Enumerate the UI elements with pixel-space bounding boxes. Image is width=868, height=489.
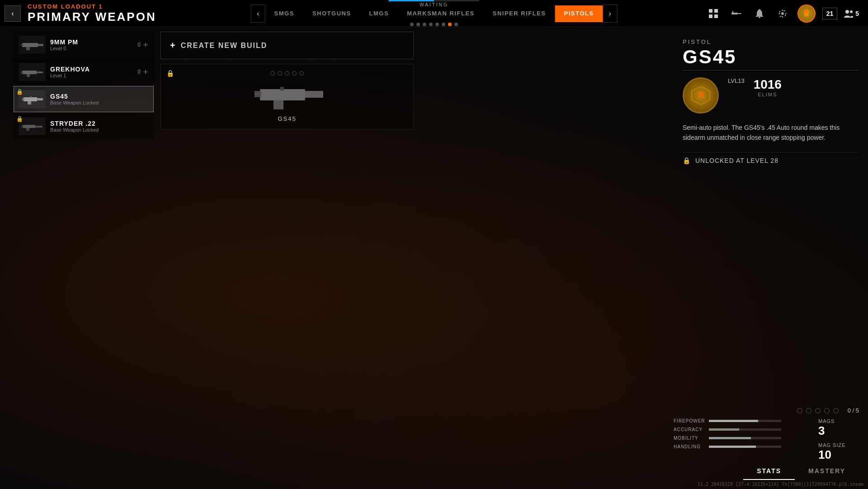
weapon-detail-panel: PISTOL GS45 ✕ LVL13 1016 ELIMS Semi-auto… [674, 29, 868, 178]
elims-count: 1016 [754, 77, 782, 92]
tab-dot-4 [435, 23, 439, 26]
svg-rect-3 [714, 14, 718, 18]
tab-dot-6 [448, 23, 452, 26]
tab-mastery[interactable]: MASTERY [795, 463, 859, 480]
svg-rect-18 [22, 71, 37, 74]
stats-and-mags: FIREPOWER ACCURACY MOBILITY HANDLING [674, 418, 859, 462]
svg-rect-37 [280, 87, 284, 90]
svg-rect-35 [274, 100, 283, 109]
tabs-right-arrow[interactable]: › [603, 5, 617, 23]
tab-dot-1 [416, 23, 420, 26]
weapon-right-9mmpm: 0 [137, 42, 149, 48]
create-new-build-button[interactable]: + Create New Build [160, 32, 414, 59]
tab-pistols[interactable]: PISTOLS [555, 5, 603, 22]
tab-marksman-rifles[interactable]: MARKSMAN RIFLES [398, 5, 484, 22]
tab-smgs[interactable]: SMGS [265, 5, 303, 22]
plus-icon: + [170, 40, 176, 51]
weapon-list-panel: 9MM PM Level 0 0 GREKHOVA Level 1 0 [14, 32, 154, 140]
attach-slot-2 [815, 408, 821, 413]
nav-back-button[interactable]: ‹ [5, 5, 21, 22]
svg-rect-28 [30, 96, 32, 98]
mag-size-label: MAG SIZE [818, 442, 859, 448]
weapon-name-gs45: GS45 [50, 93, 149, 100]
avatar[interactable] [797, 5, 816, 23]
weapon-sublabel-grekhova: Level 1 [50, 73, 137, 78]
score-label: 0 / 5 [848, 407, 859, 414]
weapon-stats-section: 0 / 5 FIREPOWER ACCURACY MOBILITY [674, 407, 859, 462]
weapon-list-item-9mmpm[interactable]: 9MM PM Level 0 0 [14, 32, 154, 58]
svg-rect-4 [731, 13, 738, 14]
accuracy-bar [709, 428, 781, 431]
svg-rect-14 [26, 47, 30, 50]
create-build-label: Create New Build [181, 42, 268, 50]
build-slot[interactable]: 🔒 GS45 [160, 64, 414, 129]
attach-slot-4 [833, 408, 839, 413]
tab-dot-0 [410, 23, 414, 26]
svg-rect-19 [37, 71, 43, 73]
top-right-icons: 21 5 [705, 0, 868, 27]
friends-count: 5 [844, 9, 859, 18]
weapon-info-gs45: GS45 Base Weapon Locked [50, 93, 149, 105]
svg-rect-33 [260, 89, 305, 100]
mags-label: MAGS [818, 418, 859, 424]
svg-point-10 [845, 10, 849, 14]
tab-lmgs[interactable]: LMGS [360, 5, 398, 22]
attach-slot-0 [797, 408, 802, 413]
tab-dot-2 [423, 23, 426, 26]
notifications-button[interactable] [751, 5, 768, 22]
weapon-info-stryder: STRYDER .22 Base Weapon Locked [50, 120, 149, 133]
build-weapon-name: GS45 [278, 115, 296, 122]
attach-dot-3 [292, 71, 297, 76]
build-lock-icon: 🔒 [166, 70, 174, 77]
weapon-name-grekhova: GREKHOVA [50, 66, 137, 73]
svg-rect-30 [35, 126, 42, 128]
elims-label: ELIMS [758, 92, 777, 97]
loadout-label: CUSTOM LOADOUT 1 [28, 3, 156, 10]
weapon-emblem: ✕ [683, 77, 719, 114]
level-badge-detail: LVL13 [728, 77, 745, 84]
loadout-icon[interactable] [728, 5, 745, 22]
svg-rect-32 [21, 126, 23, 128]
firepower-bar [709, 420, 781, 422]
weapon-description: Semi-auto pistol. The GS45's .45 Auto ro… [683, 123, 859, 143]
build-attachments-dots [270, 71, 304, 76]
tab-dots [410, 23, 458, 26]
weapon-right-grekhova: 0 [137, 69, 149, 75]
stat-firepower-row: FIREPOWER [674, 418, 809, 423]
weapon-list-item-gs45[interactable]: 🔒 GS45 Base Weapon Locked [14, 86, 154, 112]
svg-rect-27 [22, 98, 24, 100]
page-title: PRIMARY WEAPON [28, 10, 156, 24]
tab-dot-7 [454, 23, 458, 26]
svg-point-9 [805, 10, 808, 13]
weapon-name-stryder: STRYDER .22 [50, 120, 149, 127]
tab-dot-3 [429, 23, 433, 26]
svg-point-8 [781, 12, 784, 15]
weapon-name-9mmpm: 9MM PM [50, 38, 137, 46]
handling-bar [709, 446, 781, 448]
tab-shotguns[interactable]: SHOTGUNS [303, 5, 360, 22]
tab-sniper-rifles[interactable]: SNIPER RIFLES [484, 5, 555, 22]
tab-dot-5 [442, 23, 445, 26]
weapon-list-item-grekhova[interactable]: GREKHOVA Level 1 0 [14, 59, 154, 85]
tabs-left-arrow[interactable]: ‹ [251, 5, 265, 23]
stat-bars-col: FIREPOWER ACCURACY MOBILITY HANDLING [674, 418, 809, 449]
firepower-fill [709, 420, 758, 422]
svg-rect-20 [27, 74, 30, 77]
stat-accuracy-row: ACCURACY [674, 427, 809, 432]
build-weapon-preview [246, 80, 328, 112]
waiting-label: WAITING [420, 2, 448, 7]
weapon-list-item-stryder[interactable]: 🔒 STRYDER .22 Base Weapon Locked [14, 113, 154, 139]
progress-bar-area: WAITING [384, 0, 484, 7]
weapon-icon-grekhova [19, 63, 46, 81]
grid-view-button[interactable] [705, 5, 722, 22]
svg-rect-31 [26, 128, 29, 131]
attach-dot-0 [270, 71, 275, 76]
weapon-category-label: PISTOL [683, 38, 859, 45]
unlock-text: UNLOCKED AT LEVEL 28 [695, 157, 778, 164]
tab-stats[interactable]: STATS [743, 463, 795, 480]
attach-dot-4 [299, 71, 304, 76]
svg-rect-34 [305, 91, 323, 98]
settings-button[interactable] [774, 5, 791, 22]
svg-rect-24 [24, 97, 37, 101]
svg-rect-21 [21, 71, 23, 73]
